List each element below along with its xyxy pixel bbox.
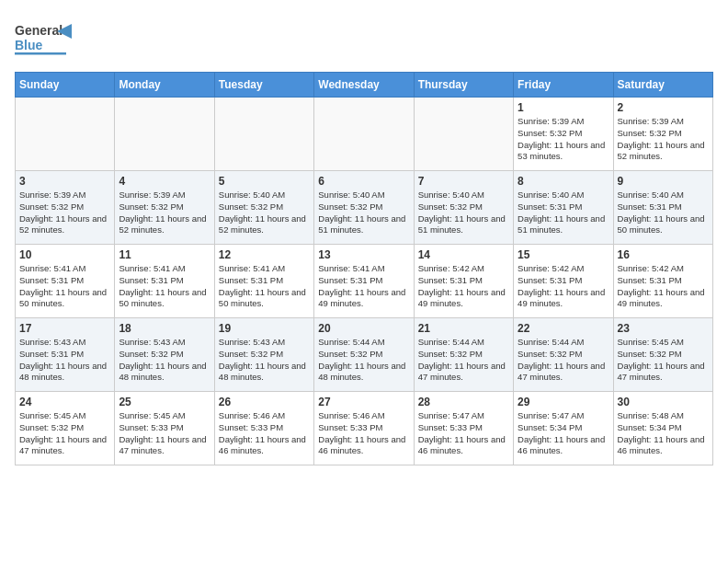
- day-info: Sunrise: 5:47 AM Sunset: 5:33 PM Dayligh…: [418, 410, 509, 457]
- calendar-cell: 1Sunrise: 5:39 AM Sunset: 5:32 PM Daylig…: [514, 98, 613, 171]
- calendar-cell: 10Sunrise: 5:41 AM Sunset: 5:31 PM Dayli…: [16, 245, 115, 318]
- calendar-table: SundayMondayTuesdayWednesdayThursdayFrid…: [15, 72, 713, 465]
- day-info: Sunrise: 5:42 AM Sunset: 5:31 PM Dayligh…: [618, 263, 709, 310]
- day-info: Sunrise: 5:46 AM Sunset: 5:33 PM Dayligh…: [219, 410, 310, 457]
- calendar-cell: [115, 98, 214, 171]
- day-info: Sunrise: 5:40 AM Sunset: 5:32 PM Dayligh…: [219, 190, 310, 236]
- calendar-cell: 4Sunrise: 5:39 AM Sunset: 5:32 PM Daylig…: [115, 171, 214, 245]
- day-info: Sunrise: 5:39 AM Sunset: 5:32 PM Dayligh…: [19, 190, 110, 236]
- day-info: Sunrise: 5:41 AM Sunset: 5:31 PM Dayligh…: [219, 263, 310, 310]
- calendar-cell: [214, 98, 313, 171]
- day-number: 10: [19, 248, 110, 261]
- day-number: 30: [618, 396, 709, 408]
- day-number: 16: [618, 248, 709, 261]
- logo: General Blue: [15, 15, 79, 61]
- day-info: Sunrise: 5:44 AM Sunset: 5:32 PM Dayligh…: [418, 337, 509, 384]
- day-info: Sunrise: 5:45 AM Sunset: 5:32 PM Dayligh…: [618, 337, 709, 384]
- calendar-cell: 24Sunrise: 5:45 AM Sunset: 5:32 PM Dayli…: [16, 392, 115, 465]
- day-number: 28: [418, 396, 509, 408]
- calendar-header-monday: Monday: [115, 73, 214, 98]
- day-number: 15: [518, 248, 609, 261]
- day-number: 3: [19, 175, 110, 188]
- day-number: 5: [219, 175, 310, 188]
- day-info: Sunrise: 5:44 AM Sunset: 5:32 PM Dayligh…: [518, 337, 609, 384]
- day-info: Sunrise: 5:40 AM Sunset: 5:32 PM Dayligh…: [418, 190, 509, 236]
- day-number: 23: [618, 322, 709, 335]
- day-number: 1: [518, 101, 609, 114]
- day-number: 26: [219, 396, 310, 408]
- day-info: Sunrise: 5:43 AM Sunset: 5:31 PM Dayligh…: [19, 337, 110, 384]
- calendar-cell: 14Sunrise: 5:42 AM Sunset: 5:31 PM Dayli…: [414, 245, 513, 318]
- calendar-cell: [414, 98, 513, 171]
- calendar-cell: 26Sunrise: 5:46 AM Sunset: 5:33 PM Dayli…: [214, 392, 313, 465]
- logo-icon: General Blue: [15, 15, 79, 61]
- day-number: 22: [518, 322, 609, 335]
- day-number: 29: [518, 396, 609, 408]
- calendar-cell: 20Sunrise: 5:44 AM Sunset: 5:32 PM Dayli…: [314, 318, 414, 392]
- calendar-cell: 15Sunrise: 5:42 AM Sunset: 5:31 PM Dayli…: [514, 245, 613, 318]
- calendar-cell: 3Sunrise: 5:39 AM Sunset: 5:32 PM Daylig…: [16, 171, 115, 245]
- day-number: 8: [518, 175, 609, 188]
- calendar-header-wednesday: Wednesday: [314, 73, 414, 98]
- day-info: Sunrise: 5:39 AM Sunset: 5:32 PM Dayligh…: [518, 116, 609, 163]
- day-number: 19: [219, 322, 310, 335]
- calendar-cell: 8Sunrise: 5:40 AM Sunset: 5:31 PM Daylig…: [514, 171, 613, 245]
- calendar-cell: 9Sunrise: 5:40 AM Sunset: 5:31 PM Daylig…: [613, 171, 712, 245]
- svg-text:Blue: Blue: [15, 38, 43, 52]
- calendar-week-5: 24Sunrise: 5:45 AM Sunset: 5:32 PM Dayli…: [16, 392, 713, 465]
- calendar-cell: 2Sunrise: 5:39 AM Sunset: 5:32 PM Daylig…: [613, 98, 712, 171]
- calendar-cell: 16Sunrise: 5:42 AM Sunset: 5:31 PM Dayli…: [613, 245, 712, 318]
- day-number: 14: [418, 248, 509, 261]
- day-info: Sunrise: 5:42 AM Sunset: 5:31 PM Dayligh…: [418, 263, 509, 310]
- calendar-cell: 7Sunrise: 5:40 AM Sunset: 5:32 PM Daylig…: [414, 171, 513, 245]
- calendar-header-saturday: Saturday: [613, 73, 712, 98]
- day-info: Sunrise: 5:45 AM Sunset: 5:32 PM Dayligh…: [19, 410, 110, 457]
- day-number: 11: [119, 248, 210, 261]
- calendar-cell: 6Sunrise: 5:40 AM Sunset: 5:32 PM Daylig…: [314, 171, 414, 245]
- calendar-cell: 27Sunrise: 5:46 AM Sunset: 5:33 PM Dayli…: [314, 392, 414, 465]
- day-info: Sunrise: 5:46 AM Sunset: 5:33 PM Dayligh…: [318, 410, 409, 457]
- calendar-cell: 11Sunrise: 5:41 AM Sunset: 5:31 PM Dayli…: [115, 245, 214, 318]
- svg-text:General: General: [15, 23, 63, 38]
- calendar-header-friday: Friday: [514, 73, 613, 98]
- day-info: Sunrise: 5:41 AM Sunset: 5:31 PM Dayligh…: [318, 263, 409, 310]
- day-number: 4: [119, 175, 210, 188]
- day-info: Sunrise: 5:44 AM Sunset: 5:32 PM Dayligh…: [318, 337, 409, 384]
- calendar-cell: 18Sunrise: 5:43 AM Sunset: 5:32 PM Dayli…: [115, 318, 214, 392]
- calendar-cell: 22Sunrise: 5:44 AM Sunset: 5:32 PM Dayli…: [514, 318, 613, 392]
- day-number: 9: [618, 175, 709, 188]
- day-number: 25: [119, 396, 210, 408]
- day-number: 7: [418, 175, 509, 188]
- calendar-header-row: SundayMondayTuesdayWednesdayThursdayFrid…: [16, 73, 713, 98]
- svg-rect-3: [15, 52, 66, 55]
- calendar-cell: 25Sunrise: 5:45 AM Sunset: 5:33 PM Dayli…: [115, 392, 214, 465]
- day-info: Sunrise: 5:40 AM Sunset: 5:32 PM Dayligh…: [318, 190, 409, 236]
- calendar-cell: [16, 98, 115, 171]
- day-info: Sunrise: 5:41 AM Sunset: 5:31 PM Dayligh…: [19, 263, 110, 310]
- day-info: Sunrise: 5:43 AM Sunset: 5:32 PM Dayligh…: [119, 337, 210, 384]
- day-info: Sunrise: 5:45 AM Sunset: 5:33 PM Dayligh…: [119, 410, 210, 457]
- day-number: 12: [219, 248, 310, 261]
- calendar-cell: 21Sunrise: 5:44 AM Sunset: 5:32 PM Dayli…: [414, 318, 513, 392]
- calendar-cell: 17Sunrise: 5:43 AM Sunset: 5:31 PM Dayli…: [16, 318, 115, 392]
- calendar-cell: 30Sunrise: 5:48 AM Sunset: 5:34 PM Dayli…: [613, 392, 712, 465]
- calendar-week-1: 1Sunrise: 5:39 AM Sunset: 5:32 PM Daylig…: [16, 98, 713, 171]
- calendar-cell: [314, 98, 414, 171]
- calendar-cell: 23Sunrise: 5:45 AM Sunset: 5:32 PM Dayli…: [613, 318, 712, 392]
- calendar-header-tuesday: Tuesday: [214, 73, 313, 98]
- day-info: Sunrise: 5:39 AM Sunset: 5:32 PM Dayligh…: [119, 190, 210, 236]
- day-number: 18: [119, 322, 210, 335]
- day-info: Sunrise: 5:39 AM Sunset: 5:32 PM Dayligh…: [618, 116, 709, 163]
- day-number: 24: [19, 396, 110, 408]
- calendar-week-4: 17Sunrise: 5:43 AM Sunset: 5:31 PM Dayli…: [16, 318, 713, 392]
- day-info: Sunrise: 5:48 AM Sunset: 5:34 PM Dayligh…: [618, 410, 709, 457]
- calendar-cell: 5Sunrise: 5:40 AM Sunset: 5:32 PM Daylig…: [214, 171, 313, 245]
- day-number: 21: [418, 322, 509, 335]
- calendar-header-sunday: Sunday: [16, 73, 115, 98]
- day-number: 20: [318, 322, 409, 335]
- calendar-header-thursday: Thursday: [414, 73, 513, 98]
- day-number: 27: [318, 396, 409, 408]
- calendar-cell: 29Sunrise: 5:47 AM Sunset: 5:34 PM Dayli…: [514, 392, 613, 465]
- day-number: 2: [618, 101, 709, 114]
- day-info: Sunrise: 5:43 AM Sunset: 5:32 PM Dayligh…: [219, 337, 310, 384]
